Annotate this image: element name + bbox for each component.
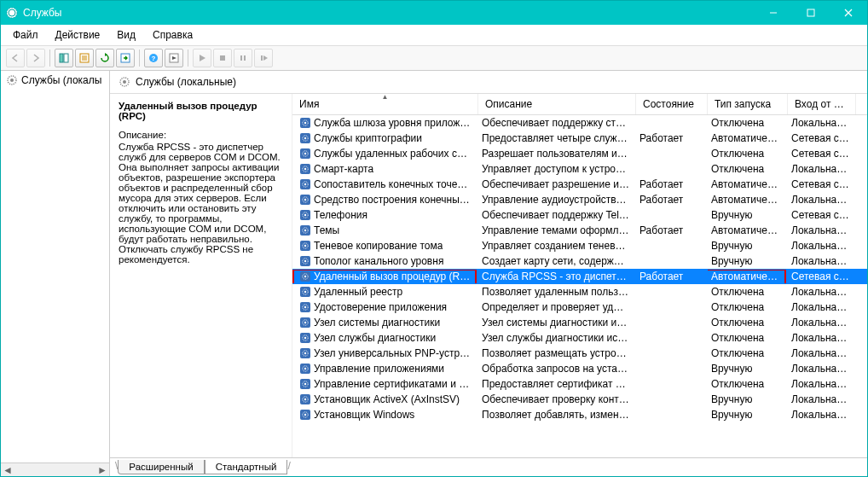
restart-service-button xyxy=(254,49,273,67)
service-startup-cell: Отключена xyxy=(708,162,788,176)
svg-point-78 xyxy=(304,383,306,385)
service-row[interactable]: Теневое копирование томаУправляет создан… xyxy=(292,238,867,253)
service-row[interactable]: Удостоверение приложенияОпределяет и про… xyxy=(292,300,867,315)
service-state-cell xyxy=(636,153,708,154)
service-name-cell: Телефония xyxy=(292,208,478,222)
service-row[interactable]: Узел универсальных PNP-устройствПозволяе… xyxy=(292,346,867,361)
col-startup[interactable]: Тип запуска xyxy=(708,94,788,114)
col-name[interactable]: ▲Имя xyxy=(292,94,478,114)
service-name-cell: Управление сертификатами и клю… xyxy=(292,377,478,391)
forward-button xyxy=(26,49,45,67)
show-hide-tree-button[interactable] xyxy=(55,49,73,67)
service-desc-cell: Обеспечивает поддержку Tele… xyxy=(478,208,636,222)
pause-service-button xyxy=(234,49,252,67)
svg-rect-19 xyxy=(244,55,246,61)
service-name-cell: Узел службы диагностики xyxy=(292,331,478,345)
menu-view[interactable]: Вид xyxy=(110,26,142,44)
service-name-cell: Средство построения конечных то… xyxy=(292,193,478,207)
service-row[interactable]: Службы удаленных рабочих столовРазрешает… xyxy=(292,146,867,161)
scroll-right-icon[interactable]: ► xyxy=(95,463,109,477)
menu-file[interactable]: Файл xyxy=(6,26,45,44)
service-startup-cell: Отключена xyxy=(708,147,788,160)
back-button xyxy=(6,49,25,67)
service-state-cell xyxy=(636,368,708,369)
service-row[interactable]: Управление сертификатами и клю…Предостав… xyxy=(292,376,867,392)
service-desc-cell: Управление темами оформле… xyxy=(478,224,636,237)
tab-standard[interactable]: Стандартный xyxy=(205,460,288,474)
service-name-cell: Службы криптографии xyxy=(292,131,478,145)
minimize-button[interactable] xyxy=(755,1,792,25)
col-description[interactable]: Описание xyxy=(478,94,636,114)
tab-extended[interactable]: Расширенный xyxy=(118,460,204,474)
service-icon xyxy=(299,132,311,144)
menu-action[interactable]: Действие xyxy=(49,26,107,44)
service-row[interactable]: Установщик WindowsПозволяет добавлять, и… xyxy=(292,407,867,422)
service-desc-cell: Узел службы диагностики ис… xyxy=(478,331,636,345)
service-state-cell: Работает xyxy=(636,193,708,207)
tree-hscroll[interactable]: ◄ ► xyxy=(1,462,109,476)
close-button[interactable] xyxy=(830,1,867,25)
svg-rect-18 xyxy=(240,55,242,61)
export-button[interactable] xyxy=(116,49,135,67)
svg-point-45 xyxy=(304,214,306,216)
service-row[interactable]: Средство построения конечных то…Управлен… xyxy=(292,192,867,207)
maximize-button[interactable] xyxy=(792,1,830,25)
detail-title: Удаленный вызов процедур (RPC) xyxy=(119,101,283,121)
service-logon-cell: Локальная с xyxy=(788,239,856,253)
start-config-button[interactable] xyxy=(165,49,183,67)
tree-root-services[interactable]: Службы (локалы xyxy=(1,71,109,90)
service-startup-cell: Вручную xyxy=(708,208,788,222)
stop-service-button xyxy=(213,49,232,67)
col-logon[interactable]: Вход от име xyxy=(788,94,856,114)
service-logon-cell: Сетевая слу: xyxy=(788,270,856,283)
toolbar: ? xyxy=(1,46,867,71)
service-logon-cell: Локальная с xyxy=(788,362,856,375)
service-row[interactable]: ТелефонияОбеспечивает поддержку Tele…Вру… xyxy=(292,207,867,223)
service-state-cell xyxy=(636,214,708,216)
svg-point-24 xyxy=(123,80,126,84)
col-state[interactable]: Состояние xyxy=(636,94,708,114)
service-state-cell: Работает xyxy=(636,177,708,191)
service-desc-cell: Узел системы диагностики ис… xyxy=(478,316,636,329)
service-startup-cell: Вручную xyxy=(708,362,788,375)
svg-rect-17 xyxy=(220,55,225,61)
service-row[interactable]: Удаленный реестрПозволяет удаленным поль… xyxy=(292,284,867,300)
service-row[interactable]: ТемыУправление темами оформле…РаботаетАв… xyxy=(292,223,867,238)
svg-rect-8 xyxy=(64,54,68,62)
service-name-cell: Удаленный реестр xyxy=(292,285,478,299)
service-startup-cell: Автоматиче… xyxy=(708,131,788,145)
help-button[interactable]: ? xyxy=(144,49,163,67)
service-icon xyxy=(299,378,311,390)
service-startup-cell: Отключена xyxy=(708,346,788,360)
service-startup-cell: Автоматиче… xyxy=(708,224,788,237)
service-row[interactable]: Узел системы диагностикиУзел системы диа… xyxy=(292,315,867,330)
service-desc-cell: Определяет и проверяет удос… xyxy=(478,300,636,314)
service-row[interactable]: Смарт-картаУправляет доступом к устрой…О… xyxy=(292,161,867,177)
service-icon xyxy=(299,347,311,359)
service-logon-cell: Сетевая слу: xyxy=(788,177,856,191)
service-row[interactable]: Установщик ActiveX (AxInstSV)Обеспечивае… xyxy=(292,392,867,407)
service-logon-cell: Локальная с xyxy=(788,331,856,345)
service-row[interactable]: Управление приложениямиОбработка запросо… xyxy=(292,361,867,376)
service-startup-cell: Отключена xyxy=(708,300,788,314)
refresh-button[interactable] xyxy=(95,49,114,67)
service-name-cell: Теневое копирование тома xyxy=(292,239,478,253)
service-row[interactable]: Тополог канального уровняСоздает карту с… xyxy=(292,253,867,269)
service-desc-cell: Создает карту сети, содержа… xyxy=(478,254,636,268)
service-desc-cell: Предоставляет сертификат X.… xyxy=(478,377,636,391)
menu-help[interactable]: Справка xyxy=(146,26,200,44)
pane-title: Службы (локальные) xyxy=(136,76,236,88)
service-logon-cell: Сетевая слу: xyxy=(788,131,856,145)
properties-button[interactable] xyxy=(75,49,94,67)
service-startup-cell: Отключена xyxy=(708,316,788,329)
service-row[interactable]: Службы криптографииПредоставляет четыре … xyxy=(292,131,867,146)
service-startup-cell: Автоматиче… xyxy=(708,270,788,283)
svg-point-36 xyxy=(304,168,306,170)
service-state-cell: Работает xyxy=(636,270,708,283)
service-row[interactable]: Удаленный вызов процедур (RPC)Служба RPC… xyxy=(292,269,867,284)
service-row[interactable]: Служба шлюза уровня приложенияОбеспечива… xyxy=(292,115,867,131)
scroll-left-icon[interactable]: ◄ xyxy=(1,463,14,477)
service-row[interactable]: Сопоставитель конечных точек RPCОбеспечи… xyxy=(292,177,867,192)
svg-point-39 xyxy=(304,183,306,185)
service-row[interactable]: Узел службы диагностикиУзел службы диагн… xyxy=(292,330,867,346)
